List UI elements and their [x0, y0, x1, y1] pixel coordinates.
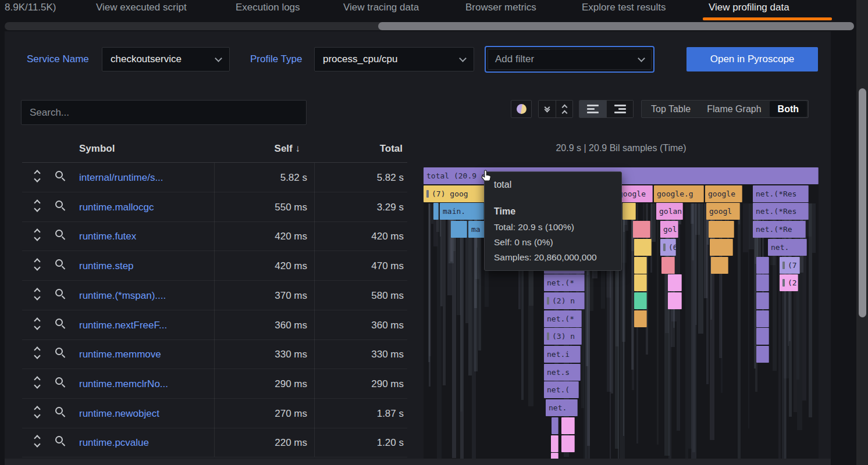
- flame-frame[interactable]: [561, 435, 575, 452]
- flame-frame[interactable]: [634, 257, 647, 274]
- flame-frame[interactable]: [710, 239, 733, 256]
- table-row[interactable]: runtime.newobject270 ms1.87 s: [22, 399, 407, 428]
- flame-frame[interactable]: (6: [660, 239, 676, 256]
- symbol-link[interactable]: runtime.mallocgc: [79, 192, 154, 222]
- flame-frame[interactable]: [756, 292, 769, 309]
- flame-frame[interactable]: [711, 257, 728, 274]
- flame-frame[interactable]: [634, 239, 652, 256]
- tab-8-9k-11-5k-[interactable]: 8.9K/11.5K): [5, 0, 56, 17]
- flame-frame[interactable]: [433, 203, 439, 220]
- color-scheme-button[interactable]: [511, 100, 532, 118]
- column-header-self[interactable]: Self ↓: [214, 143, 300, 155]
- tab-view-tracing-data[interactable]: View tracing data: [343, 0, 419, 17]
- symbol-link[interactable]: runtime.futex: [79, 221, 136, 251]
- flame-frame[interactable]: [756, 328, 769, 345]
- flame-frame[interactable]: [668, 292, 682, 309]
- search-symbol-icon[interactable]: [55, 436, 68, 449]
- tab-view-profiling-data[interactable]: View profiling data: [709, 0, 789, 17]
- align-right-button[interactable]: [606, 101, 633, 117]
- profile-type-select[interactable]: process_cpu/cpu: [314, 47, 474, 71]
- flame-frame[interactable]: [668, 274, 682, 291]
- bottom-scroll-strip[interactable]: [5, 459, 831, 465]
- flame-frame[interactable]: (7) goog: [424, 185, 489, 202]
- view-option-both[interactable]: Both: [770, 101, 807, 117]
- sandwich-view-icon[interactable]: [35, 319, 40, 329]
- sandwich-view-icon[interactable]: [35, 436, 40, 446]
- flame-frame[interactable]: [561, 417, 575, 434]
- flame-frame[interactable]: google: [705, 185, 742, 202]
- flame-frame[interactable]: net.(*Re: [753, 221, 806, 238]
- flame-frame[interactable]: [622, 203, 636, 220]
- sandwich-view-icon[interactable]: [35, 348, 40, 358]
- flame-frame[interactable]: golan: [656, 203, 683, 220]
- sandwich-view-icon[interactable]: [35, 377, 40, 388]
- table-row[interactable]: runtime.pcvalue220 ms1.20 s: [22, 428, 407, 457]
- flame-frame[interactable]: [551, 435, 558, 452]
- table-row[interactable]: internal/runtime/s...5.82 s5.82 s: [22, 163, 407, 192]
- tab-browser-metrics[interactable]: Browser metrics: [465, 0, 536, 17]
- flame-frame[interactable]: [661, 257, 675, 274]
- flame-frame[interactable]: google.g: [654, 185, 704, 202]
- flame-frame[interactable]: [756, 257, 769, 274]
- sandwich-view-icon[interactable]: [35, 201, 40, 211]
- search-symbol-icon[interactable]: [55, 348, 68, 360]
- add-filter-select[interactable]: Add filter: [485, 46, 654, 73]
- column-header-symbol[interactable]: Symbol: [79, 143, 115, 155]
- align-left-button[interactable]: [579, 101, 606, 117]
- collapse-all-button[interactable]: [539, 101, 556, 117]
- flame-frame[interactable]: net.s: [544, 364, 581, 381]
- flame-frame[interactable]: [756, 346, 769, 363]
- symbol-link[interactable]: runtime.nextFreeF...: [79, 310, 167, 340]
- table-row[interactable]: runtime.futex420 ms420 ms: [22, 221, 407, 251]
- symbol-link[interactable]: runtime.pcvalue: [79, 428, 149, 457]
- table-row[interactable]: runtime.memmove330 ms330 ms: [22, 339, 407, 369]
- flame-frame[interactable]: (2) n: [544, 292, 585, 309]
- flame-frame[interactable]: (7: [780, 257, 800, 274]
- flame-frame[interactable]: net.(*: [544, 310, 582, 327]
- search-symbol-icon[interactable]: [55, 230, 68, 242]
- sandwich-view-icon[interactable]: [35, 289, 40, 299]
- table-row[interactable]: runtime.mallocgc550 ms3.29 s: [22, 192, 407, 222]
- column-header-total[interactable]: Total: [321, 143, 403, 155]
- symbol-link[interactable]: internal/runtime/s...: [79, 163, 163, 192]
- symbol-link[interactable]: runtime.memclrNo...: [79, 369, 168, 399]
- tab-explore-test-results[interactable]: Explore test results: [582, 0, 666, 17]
- sandwich-view-icon[interactable]: [35, 230, 40, 240]
- flame-frame[interactable]: net.: [768, 239, 807, 256]
- sandwich-view-icon[interactable]: [35, 171, 40, 181]
- horizontal-scrollbar[interactable]: [5, 22, 852, 30]
- flame-frame[interactable]: main.: [440, 203, 484, 220]
- open-in-pyroscope-button[interactable]: Open in Pyroscope: [686, 47, 818, 71]
- sandwich-view-icon[interactable]: [35, 407, 40, 417]
- view-option-flame-graph[interactable]: Flame Graph: [699, 101, 769, 117]
- flame-frame[interactable]: net.i: [544, 346, 581, 363]
- tab-view-executed-script[interactable]: View executed script: [96, 0, 187, 17]
- flame-frame[interactable]: [552, 417, 558, 434]
- symbol-link[interactable]: runtime.newobject: [79, 399, 159, 428]
- search-symbol-icon[interactable]: [55, 377, 68, 390]
- search-symbol-icon[interactable]: [55, 407, 68, 420]
- search-symbol-icon[interactable]: [55, 319, 68, 331]
- table-row[interactable]: runtime.nextFreeF...360 ms360 ms: [22, 310, 407, 340]
- flame-frame[interactable]: [634, 274, 647, 291]
- symbol-link[interactable]: runtime.(*mspan)....: [79, 281, 166, 310]
- flame-frame[interactable]: [709, 221, 734, 238]
- flame-frame[interactable]: net.: [546, 399, 578, 416]
- flame-frame[interactable]: [633, 221, 650, 238]
- flame-frame[interactable]: [451, 221, 467, 238]
- search-input[interactable]: [21, 100, 307, 125]
- flame-frame[interactable]: net.(*: [544, 274, 585, 291]
- search-symbol-icon[interactable]: [55, 289, 68, 302]
- flame-frame[interactable]: googl: [706, 203, 740, 220]
- table-row[interactable]: runtime.step420 ms470 ms: [22, 251, 407, 281]
- vertical-scrollbar-thumb[interactable]: [859, 88, 866, 317]
- flame-frame[interactable]: (2: [780, 274, 798, 291]
- expand-all-button[interactable]: [556, 101, 572, 117]
- flame-frame[interactable]: [756, 274, 769, 291]
- horizontal-scrollbar-thumb[interactable]: [378, 22, 854, 30]
- flame-frame[interactable]: net.(: [544, 381, 579, 398]
- flame-frame[interactable]: (3) n: [544, 328, 582, 345]
- flame-frame[interactable]: [634, 310, 647, 327]
- search-symbol-icon[interactable]: [55, 171, 68, 184]
- table-row[interactable]: runtime.memclrNo...290 ms290 ms: [22, 369, 407, 399]
